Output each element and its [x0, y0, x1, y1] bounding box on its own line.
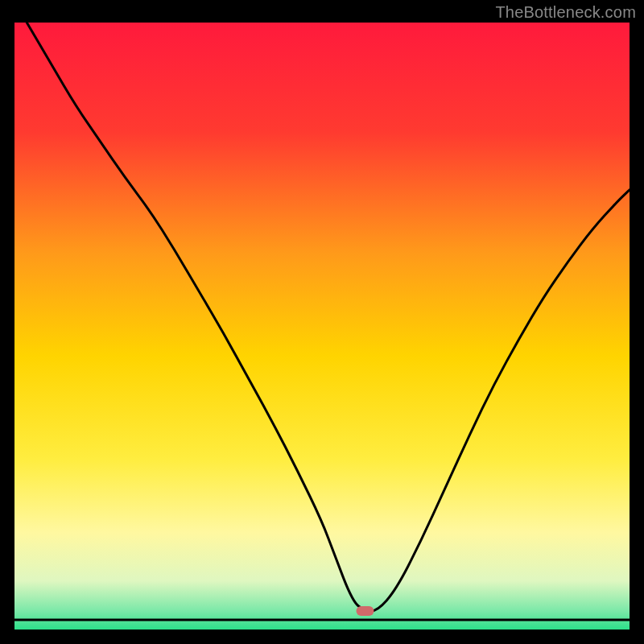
- bottleneck-chart: [14, 23, 630, 630]
- optimal-marker: [357, 606, 374, 616]
- site-watermark: TheBottleneck.com: [495, 3, 636, 22]
- plot-area: [14, 23, 630, 630]
- heat-gradient-background: [14, 23, 630, 630]
- chart-frame: TheBottleneck.com: [0, 0, 644, 644]
